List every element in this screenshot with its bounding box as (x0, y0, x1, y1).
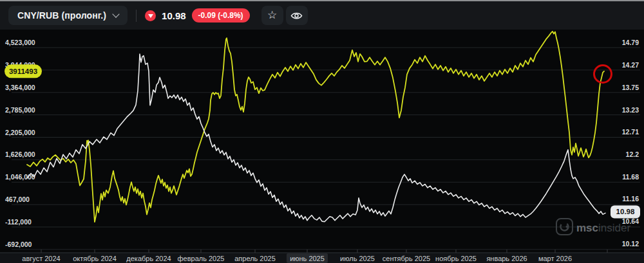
header-divider (136, 10, 137, 22)
chart-background (0, 0, 644, 263)
last-price: 10.98 (162, 10, 186, 21)
symbol-label: CNY/RUB (пролонг.) (17, 10, 106, 21)
right-price-scale[interactable] (605, 30, 644, 253)
favorite-button[interactable]: ☆ (261, 6, 283, 25)
chart-header: CNY/RUB (пролонг.) 10.98 -0.09 (-0.8%) ☆ (0, 1, 644, 30)
star-icon: ☆ (267, 10, 277, 21)
price-chart-svg[interactable]: август 2024октябрь 2024декабрь 2024февра… (0, 0, 644, 263)
symbol-selector-button[interactable]: CNY/RUB (пролонг.) (8, 6, 128, 25)
down-triangle-icon (148, 14, 153, 18)
chevron-down-icon (112, 10, 119, 17)
trading-app: август 2024октябрь 2024декабрь 2024февра… (0, 0, 644, 263)
price-direction-down-icon (145, 10, 156, 21)
watermark-logo-dot (566, 226, 569, 228)
chart-area[interactable]: август 2024октябрь 2024декабрь 2024февра… (0, 0, 644, 263)
price-change-badge: -0.09 (-0.8%) (192, 8, 250, 23)
left-price-scale[interactable] (0, 30, 52, 253)
window-top-border (0, 0, 644, 1)
eye-icon (290, 11, 303, 21)
time-scale[interactable] (0, 253, 644, 263)
watchlist-eye-button[interactable] (286, 6, 308, 25)
